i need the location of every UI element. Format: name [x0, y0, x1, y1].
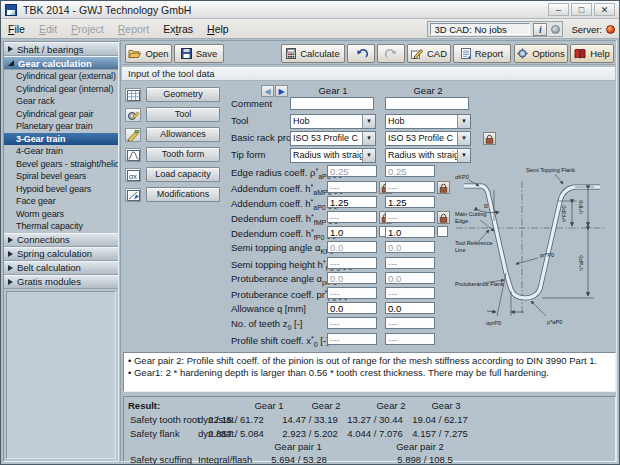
dedendum-coeff-gear2-checkbox[interactable]	[437, 226, 448, 237]
tab-allowances[interactable]: Allowances	[146, 127, 220, 142]
tab-tooth-form[interactable]: Tooth form	[146, 147, 220, 162]
collapsed-triangle-icon	[8, 279, 13, 285]
sidebar-item-face-gear[interactable]: Face gear	[4, 195, 118, 208]
gear-options-icon	[517, 48, 528, 59]
undo-button[interactable]	[347, 44, 375, 63]
form-row-edge-radius-coeff: Edge radius coeff. ρ*aP0 [-]	[231, 165, 483, 179]
sidebar-item-planetary-gear-train[interactable]: Planetary gear train	[4, 120, 118, 133]
title-bar: TBK 2014 - GWJ Technology GmbH – □ ✕	[1, 1, 619, 19]
minimize-button[interactable]: –	[548, 3, 569, 16]
close-button[interactable]: ✕	[594, 3, 615, 16]
tool-gear2-select[interactable]: Hob▼	[385, 114, 471, 129]
protuberance-angle-gear2-input	[385, 272, 435, 284]
tip-form-gear1-select[interactable]: Radius with straight...▼	[290, 148, 376, 163]
tool-tab-row: Allowances	[124, 127, 232, 147]
maximize-button[interactable]: □	[571, 3, 592, 16]
gear1-column-header: Gear 1	[290, 85, 376, 96]
sidebar-item-cylindrical-gear-external-[interactable]: Cylindrical gear (external)	[4, 70, 118, 83]
tab-tool[interactable]: Tool	[146, 107, 220, 122]
menu-file[interactable]: File	[1, 20, 32, 38]
addendum-coeff-gear2-input[interactable]	[385, 196, 435, 208]
dedendum-coeff-gear2-input[interactable]	[385, 226, 435, 238]
cad-button-label: CAD	[427, 48, 447, 59]
report-button[interactable]: Report	[453, 44, 511, 63]
calculate-button[interactable]: Calculate	[281, 44, 345, 63]
result-value: 22.15 / 61.72	[208, 414, 263, 425]
open-button[interactable]: Open	[125, 44, 172, 63]
sidebar-item-4-gear-train[interactable]: 4-Gear train	[4, 145, 118, 158]
collapsed-triangle-icon	[8, 265, 13, 271]
menu-extras[interactable]: Extras	[156, 20, 200, 38]
tool-gear1-select[interactable]: Hob▼	[290, 114, 376, 129]
semi-topping-angle-gear1-input	[327, 241, 377, 253]
allowance-label: Allowance q [mm]	[231, 303, 331, 314]
redo-icon	[385, 49, 398, 59]
h-ap0-label: h*aP0	[578, 255, 584, 270]
cad-pencil-icon	[411, 48, 423, 59]
comment-gear2-input[interactable]	[385, 97, 469, 110]
help-button-label: Help	[590, 48, 610, 59]
form-row-allowance: Allowance q [mm]	[231, 302, 483, 316]
help-button[interactable]: Help	[570, 44, 614, 63]
sidebar-section-belt-calculation[interactable]: Belt calculation	[4, 261, 118, 275]
scroll-left-button[interactable]: ◀	[261, 85, 274, 97]
addendum-coeff-machining-gear2-input	[385, 181, 435, 193]
results-panel: Result:Gear 1Gear 2Gear 2Gear 3Safety to…	[123, 396, 616, 462]
chevron-down-icon: ▼	[362, 132, 375, 145]
tab-load-capacity[interactable]: Load capacity	[146, 167, 220, 182]
sidebar-item-hypoid-bevel-gears[interactable]: Hypoid bevel gears	[4, 183, 118, 196]
form-row-protuberance-angle: Protuberance angle αprP0 [°]	[231, 272, 483, 286]
tab-geometry[interactable]: Geometry	[146, 87, 220, 102]
sidebar-section-gratis-modules[interactable]: Gratis modules	[4, 275, 118, 289]
menu-items: FileEditProjectReportExtrasHelp	[1, 19, 236, 38]
undo-icon	[355, 49, 368, 59]
dedendum-coeff-machining-gear2-lock-button[interactable]	[437, 211, 450, 224]
result-value: 4.044 / 7.076	[347, 428, 402, 439]
no-of-teeth-gear1-input	[327, 317, 377, 329]
form-row-comment: Comment	[231, 97, 483, 114]
sidebar-item-3-gear-train[interactable]: 3-Gear train	[4, 133, 118, 146]
form-row-semi-topping-angle: Semi topping angle αKP0 [°]	[231, 241, 483, 255]
sidebar-item-worm-gears[interactable]: Worm gears	[4, 208, 118, 221]
allowance-gear2-input[interactable]	[385, 302, 435, 314]
tool-tab-column: GeometryToolAllowancesTooth formσxLoad c…	[124, 87, 232, 207]
edge-radius-coeff-label: Edge radius coeff. ρ*aP0 [-]	[231, 166, 331, 180]
comment-gear1-input[interactable]	[290, 97, 374, 110]
scroll-right-button[interactable]: ▶	[275, 85, 288, 97]
result-value: 2.923 / 5.202	[282, 428, 337, 439]
collapsed-triangle-icon	[8, 251, 13, 257]
info-button[interactable]: i	[533, 23, 547, 36]
open-folder-icon	[128, 48, 141, 59]
cad-button[interactable]: CAD	[407, 44, 451, 63]
cad-status-led	[551, 25, 560, 34]
addendum-coeff-machining-gear2-lock-button[interactable]	[437, 181, 450, 194]
lock-icon	[439, 209, 448, 227]
sidebar-item-cylindrical-gear-pair[interactable]: Cylindrical gear pair	[4, 108, 118, 121]
sidebar-section-shaft-bearings[interactable]: Shaft / bearings	[4, 42, 118, 56]
result-value: 5.694 / 53.28	[271, 454, 326, 465]
result-gear-header: Gear 2	[311, 400, 340, 411]
sidebar-item-spiral-bevel-gears[interactable]: Spiral bevel gears	[4, 170, 118, 183]
sidebar-item-gear-rack[interactable]: Gear rack	[4, 95, 118, 108]
menu-help[interactable]: Help	[200, 20, 236, 38]
save-button[interactable]: Save	[174, 44, 224, 63]
dedendum-coeff-gear1-input[interactable]	[327, 226, 377, 238]
tab-modifications[interactable]: Modifications	[146, 187, 220, 202]
sidebar-item-cylindrical-gear-internal-[interactable]: Cylindrical gear (internal)	[4, 83, 118, 96]
sidebar-section-connections[interactable]: Connections	[4, 233, 118, 247]
options-button[interactable]: Options	[514, 44, 568, 63]
pr-p0-label: pr*P0	[540, 252, 554, 258]
sidebar-section-spring-calculation[interactable]: Spring calculation	[4, 247, 118, 261]
chevron-down-icon: ▼	[457, 132, 470, 145]
result-row-qualifier: Integral/flash	[198, 454, 252, 465]
basic-rack-profile-gear2-select[interactable]: ISO 53 Profile C▼	[385, 131, 471, 146]
sidebar-item-thermal-capacity[interactable]: Thermal capacity	[4, 220, 118, 233]
sidebar-item-bevel-gears-straight-helical[interactable]: Bevel gears - straight/helical	[4, 158, 118, 171]
sidebar-section-gear-calculation[interactable]: Gear calculation	[4, 56, 118, 70]
results-title: Result:	[128, 400, 160, 411]
protuberance-coeff-label: Protuberance coeff. pr*P0 [-]	[231, 288, 331, 302]
basic-rack-profile-lock-button[interactable]	[483, 132, 496, 145]
addendum-coeff-gear1-input[interactable]	[327, 196, 377, 208]
basic-rack-profile-gear1-select[interactable]: ISO 53 Profile C▼	[290, 131, 376, 146]
allowance-gear1-input[interactable]	[327, 302, 377, 314]
